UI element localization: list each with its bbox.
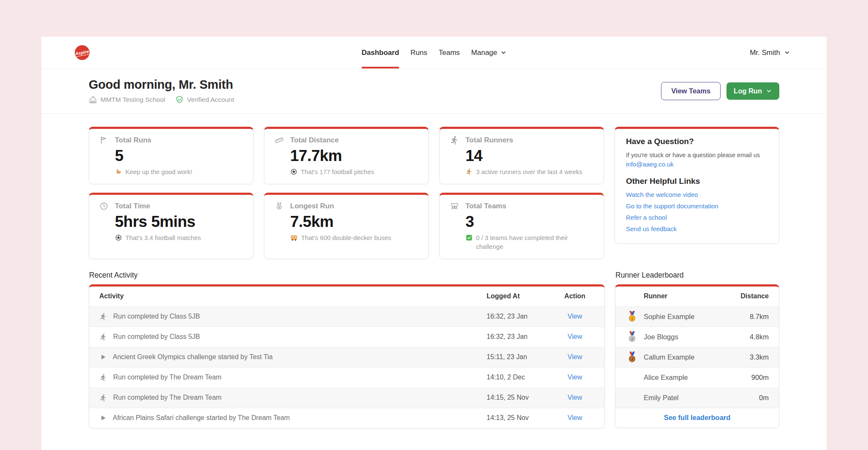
view-link[interactable]: View — [555, 414, 594, 422]
runner-distance: 8.7km — [750, 313, 769, 321]
clock-icon — [99, 202, 109, 211]
runner-name: Alice Example — [644, 374, 751, 382]
runner-row-icon — [99, 313, 107, 321]
muscle-icon — [115, 168, 122, 175]
helpful-links: Watch the welcome videoGo to the support… — [626, 190, 768, 233]
view-link[interactable]: View — [555, 394, 594, 401]
logged-at-value: 14:10, 2 Dec — [487, 374, 555, 381]
column-header-action: Action — [555, 292, 594, 300]
chevron-down-icon — [766, 88, 772, 94]
logged-at-value: 14:13, 25 Nov — [487, 414, 555, 422]
help-link-refer-a-school[interactable]: Refer a school — [626, 213, 768, 222]
activity-description: Run completed by The Dream Team — [99, 391, 487, 404]
stat-card-header: Total Time — [99, 202, 243, 211]
activity-row: Run completed by The Dream Team14:10, 2 … — [89, 367, 604, 387]
stat-note: That's 3.4 football matches — [115, 234, 243, 242]
primary-nav: DashboardRunsTeamsManage — [362, 37, 506, 68]
stat-note-text: 0 / 3 teams have completed their challen… — [476, 234, 593, 251]
stat-card-header: Total Teams — [450, 202, 593, 211]
svg-text:1: 1 — [631, 316, 633, 321]
helpful-links-title: Other Helpful Links — [626, 177, 768, 186]
stat-label: Longest Run — [290, 202, 334, 210]
logged-at-value: 16:32, 23 Jan — [487, 313, 555, 320]
ruler-icon — [275, 136, 284, 145]
stat-card-total-runs: Total Runs5Keep up the good work! — [89, 127, 253, 184]
help-link-go-to-the-support-documentation[interactable]: Go to the support documentation — [626, 202, 768, 211]
stat-note: That's 600 double-decker buses — [290, 234, 418, 242]
nav-item-dashboard[interactable]: Dashboard — [362, 37, 399, 68]
activity-text: Run completed by The Dream Team — [113, 394, 221, 401]
user-menu-button[interactable]: Mr. Smith — [750, 49, 790, 57]
support-email-link[interactable]: info@aaeg.co.uk — [626, 161, 674, 168]
nav-item-label: Dashboard — [362, 49, 399, 57]
stat-note: That's 177 football pitches — [290, 168, 418, 176]
activity-rows: Run completed by Class 5JB16:32, 23 JanV… — [89, 306, 604, 428]
football-icon — [115, 234, 122, 241]
header-left: Good morning, Mr. Smith MMTM Testing Sch… — [89, 78, 234, 104]
nav-item-runs[interactable]: Runs — [411, 37, 427, 68]
view-link[interactable]: View — [555, 333, 594, 341]
help-link-watch-the-welcome-video[interactable]: Watch the welcome video — [626, 190, 768, 199]
play-icon — [99, 353, 107, 361]
activity-row: Run completed by Class 5JB16:32, 23 JanV… — [89, 306, 604, 327]
nav-item-manage[interactable]: Manage — [471, 37, 506, 68]
activity-table-header: Activity Logged At Action — [89, 286, 604, 306]
stat-card-header: Total Runners — [450, 136, 593, 145]
stat-note-text: That's 177 football pitches — [301, 168, 374, 176]
stat-card-header: Total Distance — [275, 136, 418, 145]
verified-label: Verified Account — [187, 96, 234, 104]
greeting-title: Good morning, Mr. Smith — [89, 78, 234, 92]
stat-card-total-distance: Total Distance17.7kmThat's 177 football … — [264, 127, 429, 184]
user-name: Mr. Smith — [750, 49, 780, 57]
stat-value: 5 — [115, 147, 243, 165]
check-icon — [465, 234, 473, 241]
activity-text: Run completed by Class 5JB — [113, 333, 200, 341]
stat-value: 3 — [465, 213, 593, 231]
column-header-runner: Runner — [644, 292, 740, 300]
chevron-down-icon — [784, 49, 790, 56]
top-nav: Aspire DashboardRunsTeamsManage Mr. Smit… — [41, 37, 827, 69]
stat-label: Total Teams — [465, 202, 506, 210]
view-link[interactable]: View — [555, 313, 594, 320]
activity-description: Ancient Greek Olympics challenge started… — [99, 351, 487, 363]
activity-description: Run completed by Class 5JB — [99, 310, 487, 323]
runner-distance: 3.3km — [750, 353, 769, 361]
logged-at-value: 15:11, 23 Jan — [487, 353, 555, 361]
column-header-distance: Distance — [740, 292, 769, 300]
see-full-leaderboard-link[interactable]: See full leaderboard — [664, 414, 731, 422]
activity-description: Run completed by The Dream Team — [99, 371, 487, 384]
football-icon — [290, 168, 297, 175]
view-link[interactable]: View — [555, 374, 594, 381]
recent-activity-block: Recent Activity Activity Logged At Actio… — [89, 271, 605, 428]
runner-name: Callum Example — [644, 353, 750, 361]
stat-note-text: 3 active runners over the last 4 weeks — [476, 168, 582, 176]
medal-2-icon: 2 — [620, 331, 644, 342]
nav-item-teams[interactable]: Teams — [438, 37, 460, 68]
runner-row-icon — [99, 333, 107, 341]
school-meta: MMTM Testing School — [89, 95, 165, 104]
medal-1-icon: 1 — [620, 311, 644, 322]
activity-description: African Plains Safari challenge started … — [99, 412, 487, 424]
stat-card-longest-run: Longest Run7.5kmThat's 600 double-decker… — [264, 193, 429, 259]
leaderboard-row: 1Sophie Example8.7km — [615, 306, 779, 327]
school-name: MMTM Testing School — [101, 96, 165, 104]
flag-icon — [99, 136, 109, 145]
medal-icon — [275, 202, 284, 211]
runner-name: Emily Patel — [644, 394, 759, 402]
stat-label: Total Runs — [115, 136, 152, 145]
stat-note-text: That's 600 double-decker buses — [301, 234, 391, 242]
view-link[interactable]: View — [555, 353, 594, 361]
view-teams-button[interactable]: View Teams — [661, 82, 721, 100]
leaderboard-row: 3Callum Example3.3km — [615, 347, 779, 367]
help-link-send-us-feedback[interactable]: Send us feedback — [626, 224, 768, 234]
activity-text: Run completed by The Dream Team — [113, 374, 221, 381]
stat-label: Total Time — [115, 202, 150, 210]
leaderboard-row: 2Joe Bloggs4.8km — [615, 327, 779, 347]
medal-3-icon: 3 — [620, 352, 644, 363]
activity-text: African Plains Safari challenge started … — [113, 414, 290, 422]
page-header: Good morning, Mr. Smith MMTM Testing Sch… — [41, 69, 827, 114]
aspire-logo[interactable]: Aspire — [75, 45, 90, 60]
stat-card-total-runners: Total Runners143 active runners over the… — [439, 127, 604, 184]
activity-text: Run completed by Class 5JB — [113, 313, 200, 320]
log-run-button[interactable]: Log Run — [727, 82, 779, 100]
